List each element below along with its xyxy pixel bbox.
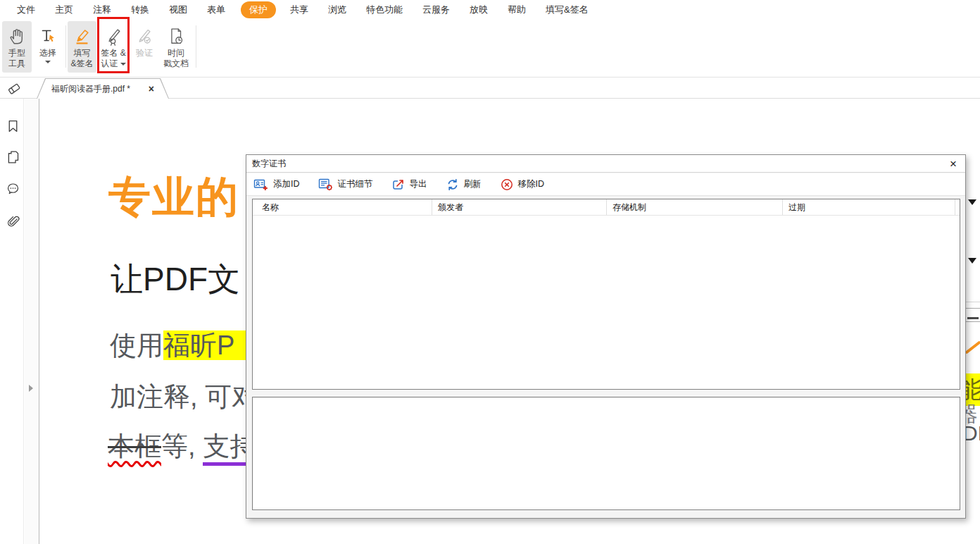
document-tab[interactable]: 福昕阅读器手册.pdf * × <box>37 78 169 99</box>
document-tab-title: 福昕阅读器手册.pdf * <box>51 83 130 95</box>
hand-icon <box>7 24 27 48</box>
menu-fill-sign[interactable]: 填写&签名 <box>546 4 589 16</box>
fill-sign-label-1: 填写 <box>74 48 91 58</box>
comments-icon[interactable] <box>6 181 20 197</box>
menu-form[interactable]: 表单 <box>207 4 225 16</box>
eraser-tool-icon[interactable] <box>6 80 23 97</box>
attachment-icon[interactable] <box>6 214 20 229</box>
fill-sign-label-2: &签名 <box>70 58 93 69</box>
sign-certify-label-2: 认证 <box>101 58 125 69</box>
ribbon-separator <box>65 25 66 68</box>
squiggly-underline-annotation[interactable]: 本框 <box>108 431 161 461</box>
menu-comment[interactable]: 注释 <box>93 4 111 16</box>
menu-features[interactable]: 特色功能 <box>366 4 403 16</box>
fill-sign-button[interactable]: 填写 &签名 <box>68 21 96 73</box>
sign-certify-button[interactable]: 签名 & 认证 <box>99 21 128 73</box>
hand-tool-label-2: 工具 <box>8 58 25 69</box>
dialog-title: 数字证书 <box>252 158 947 170</box>
collapsed-note-marker-icon[interactable] <box>968 199 976 205</box>
verify-label: 验证 <box>136 48 153 58</box>
cert-details-icon <box>318 178 334 192</box>
select-cursor-icon <box>38 24 58 48</box>
remove-id-button[interactable]: 移除ID <box>500 178 545 192</box>
timestamp-label-2: 戳文档 <box>163 58 189 69</box>
refresh-label: 刷新 <box>464 178 482 190</box>
add-id-icon <box>253 178 269 192</box>
pages-icon[interactable] <box>6 149 20 165</box>
column-header-name[interactable]: 名称 <box>253 199 432 215</box>
pencil-stroke-annotation <box>965 340 980 354</box>
sign-certify-pen-seal-icon <box>103 24 123 48</box>
add-id-button[interactable]: 添加ID <box>253 178 300 192</box>
menu-home[interactable]: 主页 <box>55 4 73 16</box>
app-window: 文件 主页 注释 转换 视图 表单 保护 共享 浏览 特色功能 云服务 放映 帮… <box>0 0 980 544</box>
menu-present[interactable]: 放映 <box>470 4 488 16</box>
collapsed-note-marker-icon[interactable] <box>968 258 976 264</box>
tab-close-icon[interactable]: × <box>149 84 154 94</box>
strikeout-annotation[interactable]: 本框 <box>108 431 161 461</box>
doc-subheading: 让PDF文 <box>111 258 240 302</box>
doc-fragment-textbox <box>964 308 980 322</box>
hand-tool-button[interactable]: 手型 工具 <box>2 21 32 73</box>
export-icon <box>391 178 406 192</box>
remove-id-icon <box>500 178 514 192</box>
menu-bar: 文件 主页 注释 转换 视图 表单 保护 共享 浏览 特色功能 云服务 放映 帮… <box>0 0 980 20</box>
certificate-detail-panel <box>252 397 960 510</box>
highlighter-pen-icon <box>73 24 92 48</box>
export-button[interactable]: 导出 <box>391 178 427 192</box>
menu-view[interactable]: 视图 <box>169 4 187 16</box>
dialog-close-icon[interactable]: × <box>947 158 960 170</box>
panel-expand-handle[interactable] <box>29 385 33 392</box>
certificates-table-body[interactable] <box>253 216 960 390</box>
navigation-panel-strip <box>0 99 24 544</box>
column-header-issuer[interactable]: 颁发者 <box>432 199 607 215</box>
doc-heading: 专业的 <box>108 169 239 226</box>
certificates-table-header: 名称 颁发者 存储机制 过期 <box>253 199 960 216</box>
menu-protect-active[interactable]: 保护 <box>241 1 276 18</box>
refresh-icon <box>446 178 460 192</box>
dialog-title-bar[interactable]: 数字证书 × <box>246 155 965 173</box>
digital-certificates-dialog: 数字证书 × 添加ID <box>246 154 966 519</box>
cert-details-button[interactable]: 证书细节 <box>318 178 373 192</box>
bookmark-icon[interactable] <box>6 118 20 134</box>
chevron-down-icon <box>120 63 126 66</box>
ribbon-separator <box>196 25 196 68</box>
tab-bar: 福昕阅读器手册.pdf * × <box>0 78 980 99</box>
sign-certify-label-1: 签名 & <box>101 48 125 58</box>
menu-help[interactable]: 帮助 <box>508 4 526 16</box>
remove-id-label: 移除ID <box>518 178 545 190</box>
hand-tool-label-1: 手型 <box>8 48 25 58</box>
column-header-expiry[interactable]: 过期 <box>783 199 955 215</box>
timestamp-label-1: 时间 <box>168 48 184 58</box>
ribbon-toolbar: 手型 工具 选择 <box>0 20 980 78</box>
column-header-storage[interactable]: 存储机制 <box>607 199 783 215</box>
timestamp-doc-button[interactable]: 时间 戳文档 <box>159 21 193 73</box>
cert-details-label: 证书细节 <box>338 178 373 190</box>
refresh-button[interactable]: 刷新 <box>446 178 482 192</box>
dialog-toolbar: 添加ID 证书细节 <box>246 173 965 196</box>
verify-button[interactable]: 验证 <box>131 21 158 73</box>
menu-convert[interactable]: 转换 <box>131 4 149 16</box>
chevron-down-icon <box>45 61 51 63</box>
menu-cloud[interactable]: 云服务 <box>422 4 450 16</box>
menu-share[interactable]: 共享 <box>290 4 308 16</box>
select-tool-label: 选择 <box>39 48 56 58</box>
menu-file[interactable]: 文件 <box>17 4 35 16</box>
verify-pen-check-icon <box>134 24 154 48</box>
export-label: 导出 <box>410 178 427 190</box>
timestamp-document-icon <box>166 24 186 48</box>
add-id-label: 添加ID <box>273 178 300 190</box>
panel-gutter <box>25 99 39 544</box>
select-tool-button[interactable]: 选择 <box>34 21 62 73</box>
menu-browse[interactable]: 浏览 <box>328 4 346 16</box>
certificates-table: 名称 颁发者 存储机制 过期 <box>252 199 960 390</box>
doc-line-2: 加注释, 可对 <box>110 379 258 415</box>
